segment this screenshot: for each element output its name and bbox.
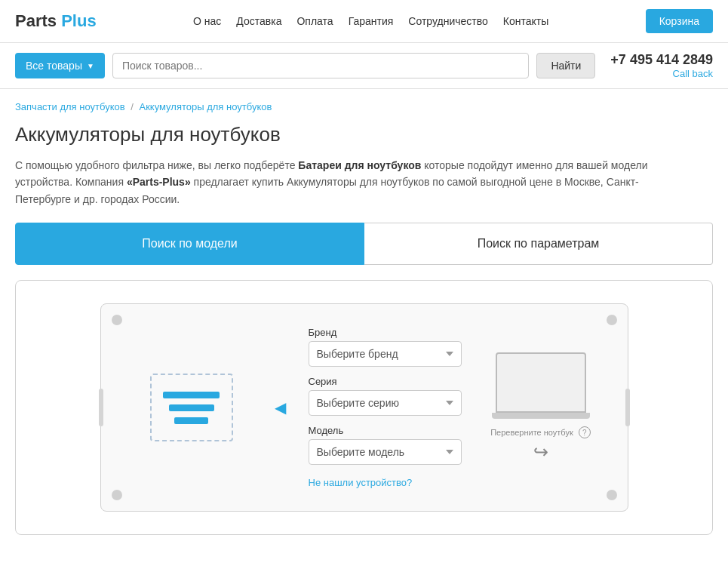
curved-arrow-icon: ↩ [533,441,548,463]
model-label: Модель [309,425,462,436]
nav-warranty[interactable]: Гарантия [349,15,394,27]
breadcrumb: Запчасти для ноутбуков / Аккумуляторы дл… [15,101,713,112]
header: Parts Plus О нас Доставка Оплата Гаранти… [0,0,728,43]
nav-payment[interactable]: Оплата [296,15,333,27]
phone-block: +7 495 414 2849 Call back [610,52,713,79]
phone-number: +7 495 414 2849 [610,52,713,68]
tab-model-search[interactable]: Поиск по модели [15,223,364,265]
laptop-bar-2 [169,404,214,411]
all-products-label: Все товары [26,60,82,72]
form-selects: Бренд Выберите бренд Серия Выберите сери… [309,327,462,488]
series-label: Серия [309,376,462,387]
not-found-link[interactable]: Не нашли устройство? [309,477,413,488]
laptop-lines-box [150,374,233,441]
laptop-illustration-left [131,374,252,441]
nav-contacts[interactable]: Контакты [503,15,548,27]
call-back-link[interactable]: Call back [610,68,713,79]
laptop-screen [496,352,586,413]
breadcrumb-current[interactable]: Аккумуляторы для ноутбуков [139,101,272,112]
desc-part1: С помощью удобного фильтра ниже, вы легк… [15,159,298,171]
breadcrumb-separator: / [131,101,136,112]
main-nav: О нас Доставка Оплата Гарантия Сотруднич… [97,15,646,27]
logo[interactable]: Parts Plus [15,11,97,31]
laptop-label: Переверните ноутбук ? [490,426,591,438]
arrow-right-icon: ◀ [275,398,286,417]
laptop-bar-3 [174,417,208,424]
side-bar-right [625,389,630,426]
brand-group: Бренд Выберите бренд [309,327,462,367]
search-bar: Все товары ▼ Найти +7 495 414 2849 Call … [0,43,728,89]
nav-cooperation[interactable]: Сотрудничество [408,15,487,27]
cart-button[interactable]: Корзина [646,9,713,33]
search-button[interactable]: Найти [536,53,595,78]
search-input[interactable] [112,53,530,78]
desc-bold1: Батареи для ноутбуков [298,159,421,171]
laptop-illustration-right: Переверните ноутбук ? ↩ [484,352,597,463]
laptop-base [492,413,590,419]
filter-tabs: Поиск по модели Поиск по параметрам [15,223,713,265]
dot-top-right [607,315,617,325]
all-products-button[interactable]: Все товары ▼ [15,53,105,78]
model-group: Модель Выберите модель [309,425,462,465]
breadcrumb-home[interactable]: Запчасти для ноутбуков [15,101,125,112]
model-select[interactable]: Выберите модель [309,439,462,465]
series-group: Серия Выберите серию [309,376,462,416]
page-description: С помощью удобного фильтра ниже, вы легк… [15,157,694,208]
chevron-down-icon: ▼ [87,62,94,70]
model-panel: ◀ Бренд Выберите бренд Серия Выберите се… [15,280,713,535]
brand-label: Бренд [309,327,462,338]
series-select[interactable]: Выберите серию [309,390,462,416]
laptop-bar-1 [163,392,220,398]
dot-bottom-right [607,490,617,500]
desc-bold2: «Parts-Plus» [127,176,191,188]
help-icon[interactable]: ? [579,426,591,438]
logo-plus: Plus [57,11,97,30]
logo-parts: Parts [15,11,57,30]
brand-select[interactable]: Выберите бренд [309,341,462,367]
nav-about[interactable]: О нас [193,15,221,27]
side-bar-left [99,389,103,426]
tab-param-search[interactable]: Поиск по параметрам [364,223,713,265]
model-panel-inner: ◀ Бренд Выберите бренд Серия Выберите се… [100,303,628,512]
main-content: Запчасти для ноутбуков / Аккумуляторы дл… [0,89,728,547]
nav-delivery[interactable]: Доставка [236,15,281,27]
dot-top-left [112,315,122,325]
dot-bottom-left [112,490,122,500]
page-title: Аккумуляторы для ноутбуков [15,123,713,146]
